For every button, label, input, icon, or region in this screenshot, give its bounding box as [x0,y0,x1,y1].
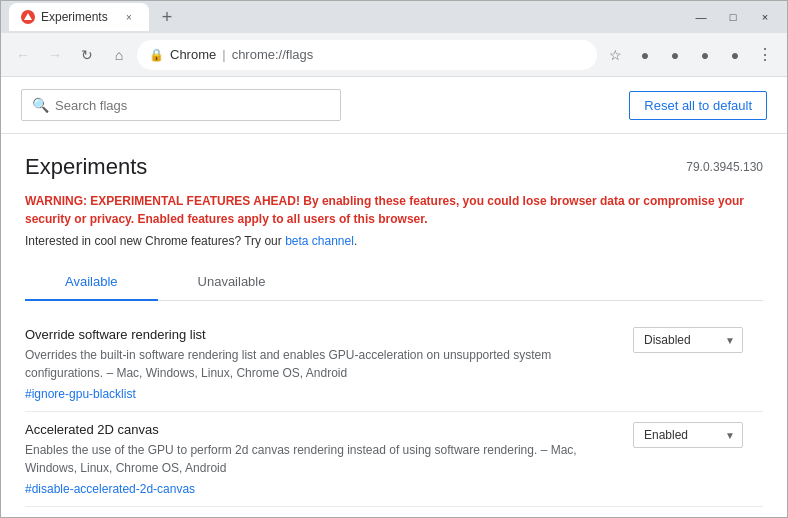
extension-icon-2[interactable]: ● [661,41,689,69]
tab-close-button[interactable]: × [121,9,137,25]
flag-select-0[interactable]: Default Enabled Disabled [633,327,743,353]
tab-favicon [21,10,35,24]
menu-button[interactable]: ⋮ [751,41,779,69]
experiments-body: Experiments 79.0.3945.130 WARNING: EXPER… [1,134,787,517]
experiments-list: Override software rendering list Overrid… [25,301,763,517]
forward-button[interactable]: → [41,41,69,69]
main-content: 🔍 Reset all to default Experiments 79.0.… [1,77,787,517]
new-tab-button[interactable]: + [153,3,181,31]
extension-icon-4[interactable]: ● [721,41,749,69]
tab-available[interactable]: Available [25,264,158,301]
reload-button[interactable]: ↻ [73,41,101,69]
browser-window: Experiments × + — □ × ← → ↻ ⌂ 🔒 Chrome |… [0,0,788,518]
page-title: Experiments [25,154,147,180]
warning-text: WARNING: EXPERIMENTAL FEATURES AHEAD! By… [25,192,763,228]
version-text: 79.0.3945.130 [686,160,763,174]
search-input-wrap: 🔍 [21,89,341,121]
flag-select-1[interactable]: Default Enabled Disabled [633,422,743,448]
beta-channel-link[interactable]: beta channel [285,234,354,248]
flag-control-1: Default Enabled Disabled ▼ [633,422,763,448]
tab-unavailable[interactable]: Unavailable [158,264,306,301]
search-icon: 🔍 [32,97,49,113]
extension-icon-1[interactable]: ● [631,41,659,69]
active-tab[interactable]: Experiments × [9,3,149,31]
flag-item-2: Select HW overlay strategies Select stra… [25,507,763,517]
close-button[interactable]: × [751,3,779,31]
warning-bold: WARNING: EXPERIMENTAL FEATURES AHEAD! [25,194,300,208]
flag-select-wrap-0: Default Enabled Disabled ▼ [633,327,743,353]
flag-desc-0: Overrides the built-in software renderin… [25,346,613,382]
titlebar: Experiments × + — □ × [1,1,787,33]
security-icon: 🔒 [149,48,164,62]
toolbar-icons: ☆ ● ● ● ● ⋮ [601,41,779,69]
window-controls: — □ × [687,3,779,31]
flag-item-0: Override software rendering list Overrid… [25,317,763,412]
flag-item-1: Accelerated 2D canvas Enables the use of… [25,412,763,507]
flag-info-1: Accelerated 2D canvas Enables the use of… [25,422,613,496]
flag-info-0: Override software rendering list Overrid… [25,327,613,401]
maximize-button[interactable]: □ [719,3,747,31]
back-button[interactable]: ← [9,41,37,69]
interested-prefix: Interested in cool new Chrome features? … [25,234,285,248]
site-name: Chrome [170,47,216,62]
star-button[interactable]: ☆ [601,41,629,69]
address-bar: ← → ↻ ⌂ 🔒 Chrome | chrome://flags ☆ ● ● … [1,33,787,77]
url-bar[interactable]: 🔒 Chrome | chrome://flags [137,40,597,70]
svg-marker-0 [24,13,32,20]
reset-all-button[interactable]: Reset all to default [629,91,767,120]
interested-text: Interested in cool new Chrome features? … [25,234,763,248]
tabs-bar: Available Unavailable [25,264,763,301]
flag-select-wrap-1: Default Enabled Disabled ▼ [633,422,743,448]
home-button[interactable]: ⌂ [105,41,133,69]
flag-link-0[interactable]: #ignore-gpu-blacklist [25,387,136,401]
flag-name-1: Accelerated 2D canvas [25,422,613,437]
extension-icon-3[interactable]: ● [691,41,719,69]
search-input[interactable] [55,98,330,113]
search-bar-area: 🔍 Reset all to default [1,77,787,134]
experiments-header: Experiments 79.0.3945.130 [25,154,763,180]
flag-link-1[interactable]: #disable-accelerated-2d-canvas [25,482,195,496]
url-separator: | [222,47,225,62]
flag-desc-1: Enables the use of the GPU to perform 2d… [25,441,613,477]
minimize-button[interactable]: — [687,3,715,31]
url-path: chrome://flags [232,47,314,62]
flag-name-0: Override software rendering list [25,327,613,342]
tab-title: Experiments [41,10,108,24]
flag-control-0: Default Enabled Disabled ▼ [633,327,763,353]
